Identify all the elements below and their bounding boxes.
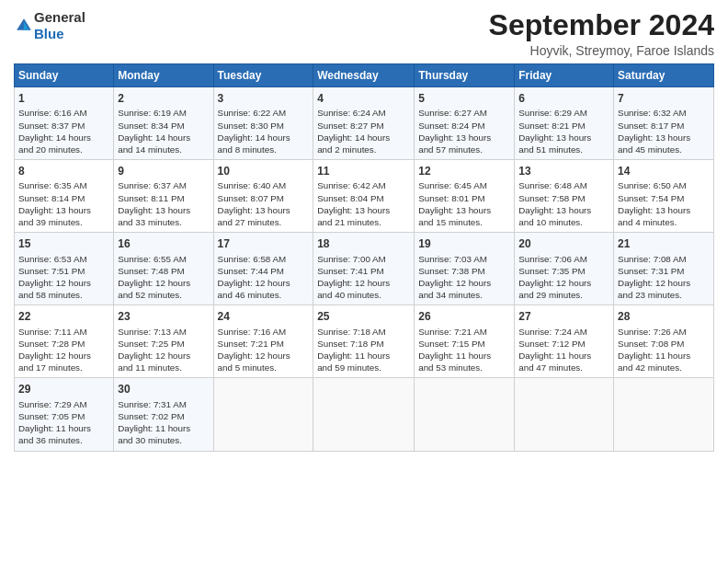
day-cell: 19Sunrise: 7:03 AMSunset: 7:38 PMDayligh… (415, 233, 515, 305)
header-day-saturday: Saturday (614, 64, 714, 87)
day-number: 10 (218, 164, 310, 178)
header-day-tuesday: Tuesday (213, 64, 313, 87)
logo: General Blue (14, 9, 85, 42)
day-number: 11 (317, 164, 410, 178)
day-info: Sunrise: 6:53 AMSunset: 7:51 PMDaylight:… (18, 253, 109, 302)
day-cell: 29Sunrise: 7:29 AMSunset: 7:05 PMDayligh… (15, 378, 114, 451)
day-cell: 26Sunrise: 7:21 AMSunset: 7:15 PMDayligh… (415, 305, 515, 378)
day-info: Sunrise: 6:22 AMSunset: 8:30 PMDaylight:… (218, 107, 310, 155)
header: General Blue September 2024 Hoyvik, Stre… (14, 9, 714, 58)
week-row-5: 29Sunrise: 7:29 AMSunset: 7:05 PMDayligh… (15, 378, 714, 451)
day-number: 15 (18, 236, 109, 251)
day-cell: 9Sunrise: 6:37 AMSunset: 8:11 PMDaylight… (114, 160, 213, 233)
header-day-thursday: Thursday (415, 64, 515, 87)
day-info: Sunrise: 7:11 AMSunset: 7:28 PMDaylight:… (18, 326, 109, 374)
day-cell: 22Sunrise: 7:11 AMSunset: 7:28 PMDayligh… (15, 305, 114, 378)
day-number: 26 (418, 309, 510, 324)
day-cell: 7Sunrise: 6:32 AMSunset: 8:17 PMDaylight… (614, 87, 714, 160)
day-info: Sunrise: 6:37 AMSunset: 8:11 PMDaylight:… (118, 179, 209, 228)
day-cell: 11Sunrise: 6:42 AMSunset: 8:04 PMDayligh… (313, 160, 415, 233)
day-number: 24 (218, 309, 310, 324)
day-cell: 13Sunrise: 6:48 AMSunset: 7:58 PMDayligh… (515, 160, 614, 233)
page: General Blue September 2024 Hoyvik, Stre… (0, 0, 728, 563)
header-day-sunday: Sunday (15, 64, 114, 87)
day-number: 27 (518, 309, 609, 324)
day-info: Sunrise: 7:24 AMSunset: 7:12 PMDaylight:… (518, 326, 609, 374)
day-info: Sunrise: 7:03 AMSunset: 7:38 PMDaylight:… (418, 253, 510, 302)
day-number: 17 (218, 236, 310, 251)
day-number: 6 (518, 91, 609, 106)
day-number: 14 (618, 164, 710, 178)
day-info: Sunrise: 6:48 AMSunset: 7:58 PMDaylight:… (518, 179, 609, 228)
calendar-body: 1Sunrise: 6:16 AMSunset: 8:37 PMDaylight… (15, 87, 714, 451)
day-cell: 17Sunrise: 6:58 AMSunset: 7:44 PMDayligh… (213, 233, 313, 305)
day-info: Sunrise: 7:26 AMSunset: 7:08 PMDaylight:… (618, 326, 710, 374)
day-info: Sunrise: 6:42 AMSunset: 8:04 PMDaylight:… (317, 179, 410, 228)
calendar-table: SundayMondayTuesdayWednesdayThursdayFrid… (14, 63, 714, 451)
day-number: 21 (618, 236, 710, 251)
day-number: 8 (18, 164, 109, 178)
day-number: 25 (317, 309, 410, 324)
title-block: September 2024 Hoyvik, Streymoy, Faroe I… (489, 9, 714, 58)
day-info: Sunrise: 6:29 AMSunset: 8:21 PMDaylight:… (518, 107, 609, 155)
day-number: 16 (118, 236, 209, 251)
day-number: 13 (518, 164, 609, 178)
day-info: Sunrise: 6:19 AMSunset: 8:34 PMDaylight:… (118, 107, 209, 155)
day-cell (614, 378, 714, 451)
day-info: Sunrise: 6:45 AMSunset: 8:01 PMDaylight:… (418, 179, 510, 228)
logo-general: General (34, 9, 85, 25)
day-info: Sunrise: 6:55 AMSunset: 7:48 PMDaylight:… (118, 253, 209, 302)
day-number: 22 (18, 309, 109, 324)
header-row: SundayMondayTuesdayWednesdayThursdayFrid… (15, 64, 714, 87)
day-number: 7 (618, 91, 710, 106)
day-info: Sunrise: 7:00 AMSunset: 7:41 PMDaylight:… (317, 253, 410, 302)
day-info: Sunrise: 6:40 AMSunset: 8:07 PMDaylight:… (218, 179, 310, 228)
day-number: 12 (418, 164, 510, 178)
week-row-1: 1Sunrise: 6:16 AMSunset: 8:37 PMDaylight… (15, 87, 714, 160)
day-number: 1 (18, 91, 109, 106)
day-cell: 3Sunrise: 6:22 AMSunset: 8:30 PMDaylight… (213, 87, 313, 160)
day-info: Sunrise: 6:32 AMSunset: 8:17 PMDaylight:… (618, 107, 710, 155)
day-info: Sunrise: 6:27 AMSunset: 8:24 PMDaylight:… (418, 107, 510, 155)
day-info: Sunrise: 7:13 AMSunset: 7:25 PMDaylight:… (118, 326, 209, 374)
day-number: 4 (317, 91, 410, 106)
day-info: Sunrise: 7:29 AMSunset: 7:05 PMDaylight:… (18, 398, 109, 447)
day-cell: 2Sunrise: 6:19 AMSunset: 8:34 PMDaylight… (114, 87, 213, 160)
day-number: 3 (218, 91, 310, 106)
day-number: 2 (118, 91, 209, 106)
day-info: Sunrise: 7:21 AMSunset: 7:15 PMDaylight:… (418, 326, 510, 374)
day-cell: 30Sunrise: 7:31 AMSunset: 7:02 PMDayligh… (114, 378, 213, 451)
day-cell: 20Sunrise: 7:06 AMSunset: 7:35 PMDayligh… (515, 233, 614, 305)
header-day-monday: Monday (114, 64, 213, 87)
day-cell (213, 378, 313, 451)
day-cell: 24Sunrise: 7:16 AMSunset: 7:21 PMDayligh… (213, 305, 313, 378)
day-cell: 15Sunrise: 6:53 AMSunset: 7:51 PMDayligh… (15, 233, 114, 305)
header-day-friday: Friday (515, 64, 614, 87)
day-number: 5 (418, 91, 510, 106)
day-cell: 23Sunrise: 7:13 AMSunset: 7:25 PMDayligh… (114, 305, 213, 378)
day-number: 30 (118, 382, 209, 396)
logo-blue: Blue (34, 26, 64, 41)
logo-icon (14, 16, 34, 36)
day-info: Sunrise: 7:08 AMSunset: 7:31 PMDaylight:… (618, 253, 710, 302)
day-number: 18 (317, 236, 410, 251)
day-info: Sunrise: 7:16 AMSunset: 7:21 PMDaylight:… (218, 326, 310, 374)
calendar-header: SundayMondayTuesdayWednesdayThursdayFrid… (15, 64, 714, 87)
day-cell: 10Sunrise: 6:40 AMSunset: 8:07 PMDayligh… (213, 160, 313, 233)
calendar-subtitle: Hoyvik, Streymoy, Faroe Islands (489, 43, 714, 58)
day-cell (313, 378, 415, 451)
day-info: Sunrise: 7:31 AMSunset: 7:02 PMDaylight:… (118, 398, 209, 447)
day-cell (415, 378, 515, 451)
day-cell: 4Sunrise: 6:24 AMSunset: 8:27 PMDaylight… (313, 87, 415, 160)
day-cell: 27Sunrise: 7:24 AMSunset: 7:12 PMDayligh… (515, 305, 614, 378)
day-cell: 21Sunrise: 7:08 AMSunset: 7:31 PMDayligh… (614, 233, 714, 305)
day-number: 28 (618, 309, 710, 324)
day-cell: 28Sunrise: 7:26 AMSunset: 7:08 PMDayligh… (614, 305, 714, 378)
day-cell: 5Sunrise: 6:27 AMSunset: 8:24 PMDaylight… (415, 87, 515, 160)
day-info: Sunrise: 7:18 AMSunset: 7:18 PMDaylight:… (317, 326, 410, 374)
week-row-4: 22Sunrise: 7:11 AMSunset: 7:28 PMDayligh… (15, 305, 714, 378)
calendar-title: September 2024 (489, 9, 714, 41)
header-day-wednesday: Wednesday (313, 64, 415, 87)
day-number: 19 (418, 236, 510, 251)
day-number: 23 (118, 309, 209, 324)
